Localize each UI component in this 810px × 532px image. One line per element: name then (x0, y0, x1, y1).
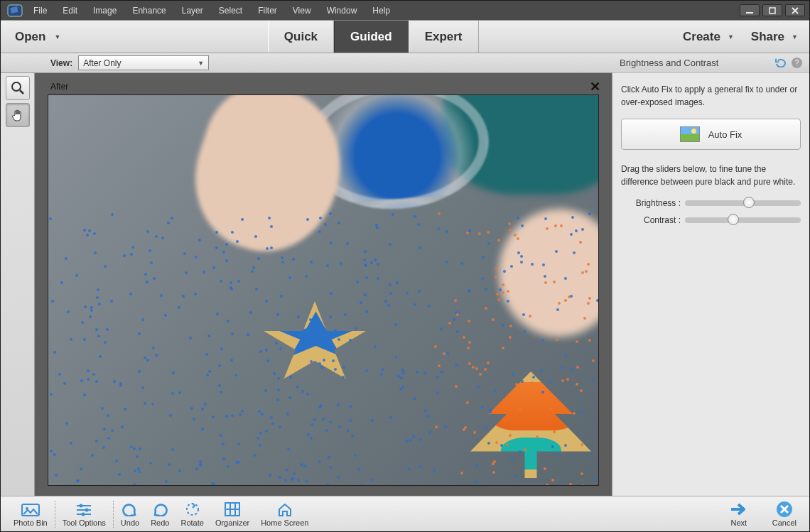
chevron-down-icon: ▼ (198, 60, 204, 67)
rotate-icon (183, 501, 202, 517)
sliders-icon (75, 501, 93, 517)
hand-icon (11, 108, 25, 122)
redo-icon (151, 501, 169, 517)
bb-label: Home Screen (261, 519, 308, 527)
create-button[interactable]: Create ▼ (683, 30, 734, 44)
bottom-bar: Photo Bin Tool Options Undo Redo Rotate … (1, 496, 809, 532)
panel-desc: Drag the sliders below, to fine tune the… (621, 163, 801, 188)
rotate-button[interactable]: Rotate (175, 501, 209, 527)
autofix-label: Auto Fix (708, 129, 742, 140)
svg-rect-3 (770, 8, 775, 13)
maximize-button[interactable] (762, 4, 782, 16)
cancel-button[interactable]: Cancel (767, 501, 802, 527)
brightness-label: Brightness : (621, 198, 685, 208)
bb-label: Rotate (180, 519, 203, 527)
bb-label: Cancel (772, 519, 796, 527)
contrast-slider[interactable] (685, 217, 801, 223)
panel-intro: Click Auto Fix to apply a general fix to… (621, 83, 801, 109)
bb-label: Redo (151, 519, 169, 527)
main-area: After ✕ Brightness and Contrast ? Click … (1, 73, 809, 496)
panel-title: Brightness and Contrast (620, 58, 718, 68)
home-icon (276, 501, 294, 517)
open-button[interactable]: Open ▼ (1, 21, 75, 53)
photo-bin-button[interactable]: Photo Bin (8, 501, 53, 527)
menu-help[interactable]: Help (371, 3, 392, 18)
mode-bar: Open ▼ Quick Guided Expert Create ▼ Shar… (1, 20, 809, 53)
open-label: Open (15, 30, 45, 44)
chevron-down-icon: ▼ (792, 33, 798, 40)
menu-image[interactable]: Image (92, 3, 118, 18)
canvas-label: After (50, 82, 68, 92)
chevron-down-icon: ▼ (54, 33, 60, 40)
menu-enhance[interactable]: Enhance (131, 3, 167, 18)
undo-icon (121, 501, 139, 517)
arrow-right-icon (730, 501, 748, 517)
grid-icon (223, 501, 242, 517)
photo-bin-icon (21, 501, 40, 517)
menu-filter[interactable]: Filter (256, 3, 279, 18)
panel-header: Brightness and Contrast ? (612, 53, 809, 73)
view-label: View: (50, 58, 72, 68)
next-button[interactable]: Next (724, 501, 754, 527)
cancel-icon (775, 501, 794, 517)
tab-guided[interactable]: Guided (334, 21, 409, 53)
svg-point-13 (82, 513, 85, 516)
tool-strip (1, 73, 35, 496)
share-button[interactable]: Share ▼ (751, 30, 798, 44)
menu-layer[interactable]: Layer (180, 3, 205, 18)
menu-edit[interactable]: Edit (61, 3, 79, 18)
close-icon[interactable]: ✕ (590, 79, 600, 94)
autofix-icon (680, 126, 700, 142)
app-icon (4, 3, 26, 18)
share-label: Share (751, 30, 784, 44)
contrast-label: Contrast : (621, 215, 685, 225)
brightness-slider[interactable] (685, 200, 801, 206)
close-button[interactable] (785, 4, 805, 16)
chevron-down-icon: ▼ (728, 33, 734, 40)
contrast-row: Contrast : (621, 215, 801, 225)
bb-label: Undo (121, 519, 139, 527)
view-select[interactable]: After Only ▼ (78, 55, 209, 70)
right-panel: Brightness and Contrast ? Click Auto Fix… (612, 73, 809, 496)
view-value: After Only (83, 58, 121, 68)
canvas-area: After ✕ (35, 73, 612, 496)
menu-window[interactable]: Window (325, 3, 359, 18)
title-bar: File Edit Image Enhance Layer Select Fil… (1, 1, 809, 20)
tab-quick[interactable]: Quick (268, 21, 334, 53)
bb-label: Tool Options (63, 519, 106, 527)
zoom-tool[interactable] (6, 76, 30, 100)
svg-point-11 (85, 509, 89, 512)
svg-point-4 (12, 82, 21, 91)
minimize-button[interactable] (740, 4, 760, 16)
help-icon[interactable]: ? (792, 58, 802, 68)
brightness-thumb[interactable] (743, 197, 755, 208)
bb-label: Next (730, 519, 747, 527)
redo-button[interactable]: Redo (145, 501, 175, 527)
menu-select[interactable]: Select (217, 3, 244, 18)
svg-rect-2 (746, 12, 753, 13)
home-button[interactable]: Home Screen (255, 501, 314, 527)
organizer-button[interactable]: Organizer (210, 501, 255, 527)
mode-actions: Create ▼ Share ▼ (671, 21, 809, 53)
create-label: Create (683, 30, 720, 44)
menu-file[interactable]: File (32, 3, 48, 18)
tool-options-button[interactable]: Tool Options (57, 501, 112, 527)
svg-line-5 (20, 90, 23, 94)
photo-canvas[interactable] (48, 94, 599, 486)
brightness-row: Brightness : (621, 198, 801, 208)
bb-label: Organizer (215, 519, 249, 527)
mode-tabs: Quick Guided Expert (268, 21, 479, 53)
magnifier-icon (11, 81, 25, 95)
autofix-button[interactable]: Auto Fix (621, 119, 801, 150)
bb-label: Photo Bin (14, 519, 48, 527)
menu-view[interactable]: View (291, 3, 313, 18)
svg-point-14 (187, 504, 198, 515)
hand-tool[interactable] (6, 103, 30, 127)
window-controls (740, 4, 805, 16)
tab-expert[interactable]: Expert (409, 21, 479, 53)
menu-bar: File Edit Image Enhance Layer Select Fil… (32, 3, 392, 18)
contrast-thumb[interactable] (728, 214, 739, 225)
svg-point-9 (80, 504, 83, 508)
undo-button[interactable]: Undo (115, 501, 145, 527)
reset-icon[interactable] (774, 58, 787, 67)
